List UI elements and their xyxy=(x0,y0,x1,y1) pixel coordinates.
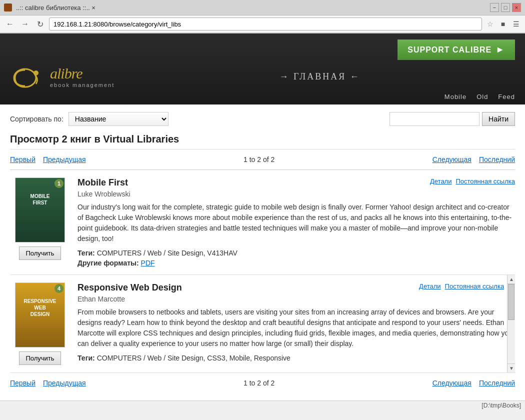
page-links-right: Следующая Последний xyxy=(432,156,515,164)
book-cover-area-2: 4 RESPONSIVEWEBDESIGN Получить xyxy=(10,282,70,365)
search-input[interactable] xyxy=(390,112,480,126)
page-links-left: Первый Предыдущая xyxy=(10,156,86,164)
sort-select[interactable]: Название Автор Дата Рейтинг xyxy=(68,112,168,126)
last-link-bottom[interactable]: Последний xyxy=(479,379,515,387)
details-link-1[interactable]: Детали xyxy=(430,178,452,185)
forward-button[interactable]: → xyxy=(19,18,31,30)
site-header: SUPPORT CALIBRE ► alibre ebook manageme xyxy=(0,34,525,104)
back-button[interactable]: ← xyxy=(4,18,16,30)
page-links-right-bottom: Следующая Последний xyxy=(432,379,515,387)
get-button-2[interactable]: Получить xyxy=(19,352,60,365)
close-button[interactable]: × xyxy=(512,3,521,12)
book-tags-1: Теги: COMPUTERS / Web / Site Design, V41… xyxy=(78,249,515,257)
status-bar: [D:\tmp\Books] xyxy=(0,400,525,410)
header-bottom: Mobile Old Feed xyxy=(10,89,515,104)
home-link[interactable]: → ГЛАВНАЯ ← xyxy=(279,72,360,82)
header-middle: alibre ebook management → ГЛАВНАЯ ← xyxy=(10,64,515,89)
book-title-1[interactable]: Mobile First xyxy=(78,178,128,188)
prev-link-bottom[interactable]: Предыдущая xyxy=(43,379,86,387)
scroll-track xyxy=(508,284,515,364)
first-link-top[interactable]: Первый xyxy=(10,156,36,164)
book-desc-1: Our industry's long wait for the complet… xyxy=(78,202,515,244)
book-item: 1 MOBILEFIRST Получить Mobile First Дета… xyxy=(10,170,515,275)
svg-point-1 xyxy=(34,70,38,76)
book-info-2: Responsive Web Design Детали Постоянная … xyxy=(78,282,515,365)
browser-chrome: ..:: calibre библиотека ::.. × − □ × ← →… xyxy=(0,0,525,34)
last-link-top[interactable]: Последний xyxy=(479,156,515,164)
book-badge-1: 1 xyxy=(54,179,64,188)
book-actions-2: Детали Постоянная ссылка ▲ xyxy=(419,282,515,290)
tab-title: ..:: calibre библиотека ::.. × xyxy=(16,4,486,12)
book-desc-2: From mobile browsers to netbooks and tab… xyxy=(78,307,515,349)
book-list-container: 1 MOBILEFIRST Получить Mobile First Дета… xyxy=(10,170,515,373)
bookmark-icon[interactable]: ☆ xyxy=(485,19,495,29)
search-button[interactable]: Найти xyxy=(482,112,515,126)
book-header-2: Responsive Web Design Детали Постоянная … xyxy=(78,282,515,293)
pagination-top: Первый Предыдущая 1 to 2 of 2 Следующая … xyxy=(10,156,515,164)
reload-button[interactable]: ↻ xyxy=(34,18,46,30)
sort-label: Сортировать по: xyxy=(10,115,64,123)
details-link-2[interactable]: Детали xyxy=(419,282,441,290)
search-box: Найти xyxy=(390,112,515,126)
nav-bar: ← → ↻ ☆ ■ ☰ xyxy=(0,16,525,33)
book-list: 1 MOBILEFIRST Получить Mobile First Дета… xyxy=(10,170,515,373)
book-info-1: Mobile First Детали Постоянная ссылка Lu… xyxy=(78,178,515,267)
next-link-bottom[interactable]: Следующая xyxy=(432,379,472,387)
book-title-2[interactable]: Responsive Web Design xyxy=(78,282,182,293)
page-links-left-bottom: Первый Предыдущая xyxy=(10,379,86,387)
page-info-bottom: 1 to 2 of 2 xyxy=(86,379,432,387)
pagination-bottom: Первый Предыдущая 1 to 2 of 2 Следующая … xyxy=(10,379,515,387)
logo-text: alibre xyxy=(50,65,114,82)
logo-subtext: ebook management xyxy=(50,82,114,88)
permalink-link-1[interactable]: Постоянная ссылка xyxy=(456,178,515,185)
page-heading: Просмотр 2 книг в Virtual Libraries xyxy=(10,134,515,150)
nav-mobile[interactable]: Mobile xyxy=(444,93,466,100)
scroll-down-btn[interactable]: ▼ xyxy=(508,364,515,372)
window-controls: − □ × xyxy=(490,3,521,12)
main-content: Сортировать по: Название Автор Дата Рейт… xyxy=(0,104,525,400)
maximize-button[interactable]: □ xyxy=(501,3,510,12)
book-formats-1: Другие форматы: PDF xyxy=(78,259,515,267)
address-bar[interactable] xyxy=(49,18,482,30)
format-pdf-1[interactable]: PDF xyxy=(141,259,155,267)
title-bar: ..:: calibre библиотека ::.. × − □ × xyxy=(0,0,525,16)
book-cover-area: 1 MOBILEFIRST Получить xyxy=(10,178,70,267)
book-badge-2: 4 xyxy=(54,284,64,293)
book-item-2: 4 RESPONSIVEWEBDESIGN Получить Responsiv… xyxy=(10,275,515,373)
page-info-top: 1 to 2 of 2 xyxy=(86,156,432,164)
support-arrow-icon: ► xyxy=(496,44,505,55)
book-cover-2[interactable]: 4 RESPONSIVEWEBDESIGN xyxy=(15,282,65,348)
permalink-link-2[interactable]: Постоянная ссылка xyxy=(445,282,504,290)
logo-area: alibre ebook management xyxy=(10,64,114,89)
scroll-thumb[interactable] xyxy=(508,284,514,320)
book-author-1: Luke Wroblewski xyxy=(78,190,515,198)
scroll-up-btn[interactable]: ▲ xyxy=(508,275,515,284)
support-calibre-button[interactable]: SUPPORT CALIBRE ► xyxy=(398,40,515,60)
page-wrapper: SUPPORT CALIBRE ► alibre ebook manageme xyxy=(0,34,525,410)
book-cover-1[interactable]: 1 MOBILEFIRST xyxy=(15,178,65,242)
logo-icon xyxy=(10,64,50,89)
book-header-1: Mobile First Детали Постоянная ссылка xyxy=(78,178,515,188)
first-link-bottom[interactable]: Первый xyxy=(10,379,36,387)
get-button-1[interactable]: Получить xyxy=(19,246,60,260)
sort-bar: Сортировать по: Название Автор Дата Рейт… xyxy=(10,112,515,126)
book-tags-2: Теги: COMPUTERS / Web / Site Design, CSS… xyxy=(78,354,515,362)
next-link-top[interactable]: Следующая xyxy=(432,156,472,164)
nav-old[interactable]: Old xyxy=(476,93,488,100)
nav-feed[interactable]: Feed xyxy=(498,93,515,100)
favicon-icon xyxy=(4,4,12,12)
prev-link-top[interactable]: Предыдущая xyxy=(43,156,86,164)
menu-icon[interactable]: ☰ xyxy=(511,19,521,29)
book-actions-1: Детали Постоянная ссылка xyxy=(430,178,515,185)
scrollbar: ▲ ▼ xyxy=(507,275,515,372)
header-top: SUPPORT CALIBRE ► xyxy=(10,40,515,60)
main-nav[interactable]: → ГЛАВНАЯ ← xyxy=(124,72,515,82)
book-author-2: Ethan Marcotte xyxy=(78,295,515,303)
minimize-button[interactable]: − xyxy=(490,3,499,12)
status-text: [D:\tmp\Books] xyxy=(482,402,521,409)
extensions-icon[interactable]: ■ xyxy=(498,19,508,29)
